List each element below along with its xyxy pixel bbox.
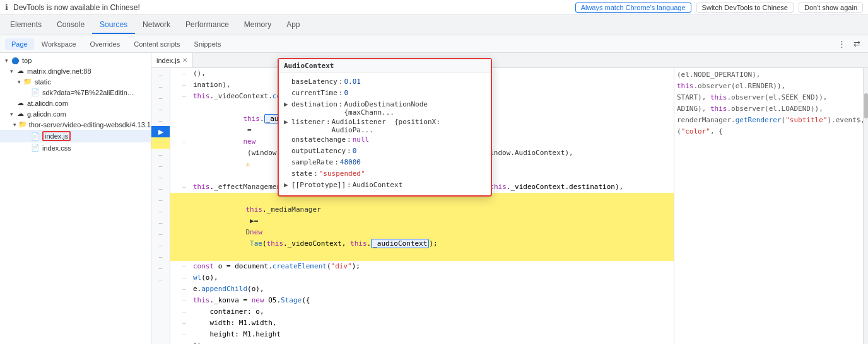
tree-item-index-js[interactable]: 📄 index.js (0, 130, 151, 142)
main-layout: ▾ 🔵 top ▾ ☁ matrix.dinglve.net:88 ▾ 📁 st… (0, 53, 868, 344)
tree-label-index-css: index.css (42, 144, 71, 152)
tab-sources[interactable]: Sources (92, 16, 135, 34)
right-code-line: (el.NODE_OPERATION), this.observer(el.RE… (677, 69, 860, 92)
code-line: – }), (170, 340, 674, 344)
popup-title: AudioContext (279, 59, 491, 73)
toolbar-icons: ⋮ ⇄ (835, 38, 863, 50)
sec-tab-content-scripts[interactable]: Content scripts (127, 38, 186, 50)
gutter-arrow-line: ▶ (151, 126, 170, 137)
gutter-line: – (151, 69, 170, 81)
editor-gutter: – – – – – ▶ – – – – – – – – – – – – (151, 68, 170, 344)
code-line: – wl(o), (170, 272, 674, 284)
code-line: – width: M1.width, (170, 318, 674, 329)
right-code-panel: (el.NODE_OPERATION), this.observer(el.RE… (674, 68, 863, 344)
popup-row-destination[interactable]: ▶ destination : AudioDestinationNode {ma… (284, 100, 486, 117)
code-line: – e.appendChild(o), (170, 284, 674, 295)
notification-bar: ℹ DevTools is now available in Chinese! … (0, 0, 868, 15)
tree-item-top[interactable]: ▾ 🔵 top (0, 55, 151, 66)
file-icon: 📄 (30, 88, 40, 96)
tree-label-thor: thor-server/video-editing-websdk/4.13.1 (29, 121, 151, 129)
code-line: – container: o, (170, 306, 674, 318)
gutter-line: – (151, 239, 170, 251)
sec-tab-workspace[interactable]: Workspace (35, 38, 83, 50)
tree-label-index-js: index.js (45, 132, 68, 140)
popup-body: baseLatency : 0.01 currentTime : 0 ▶ des… (279, 73, 491, 195)
top-icon: 🔵 (10, 57, 20, 64)
cloud-icon: ☁ (15, 99, 25, 107)
tree-arrow: ▾ (15, 79, 23, 85)
tree-highlight-index-js: index.js (42, 131, 71, 141)
more-options-icon[interactable]: ⋮ (835, 38, 848, 50)
popup-row-onstatechange: onstatechange : null (284, 135, 486, 146)
tab-network[interactable]: Network (135, 16, 178, 34)
gutter-line: – (151, 205, 170, 217)
gutter-line: – (151, 217, 170, 228)
gutter-line: – (151, 228, 170, 239)
gutter-line: – (151, 183, 170, 194)
cloud-icon: ☁ (15, 110, 25, 118)
sec-tab-snippets[interactable]: Snippets (188, 38, 228, 50)
editor-tab-label: index.js (156, 57, 180, 64)
close-tab-button[interactable]: ✕ (182, 57, 187, 64)
tree-arrow: ▾ (3, 57, 10, 64)
code-line: – const o = document.createElement("div"… (170, 261, 674, 272)
info-icon: ℹ (5, 3, 8, 12)
tree-arrow: ▾ (8, 68, 15, 74)
file-tree-panel: ▾ 🔵 top ▾ ☁ matrix.dinglve.net:88 ▾ 📁 st… (0, 53, 151, 344)
right-code-line: START), this.observer(el.SEEK_END)), (677, 92, 860, 103)
tree-item-static[interactable]: ▾ 📁 static (0, 76, 151, 87)
popup-row-outputlatency: outputLatency : 0 (284, 146, 486, 158)
code-line: – this._konva = new O5.Stage({ (170, 295, 674, 306)
code-container: – – – – – ▶ – – – – – – – – – – – – (151, 68, 868, 344)
file-icon: 📄 (30, 144, 40, 152)
tree-item-matrix[interactable]: ▾ ☁ matrix.dinglve.net:88 (0, 66, 151, 76)
tab-memory[interactable]: Memory (237, 16, 279, 34)
notification-text: DevTools is now available in Chinese! (13, 3, 570, 12)
file-icon: 📄 (30, 132, 40, 140)
gutter-line: – (151, 160, 170, 171)
tab-performance[interactable]: Performance (178, 16, 237, 34)
cloud-icon: ☁ (15, 67, 25, 75)
scroll-thumb (864, 93, 868, 118)
popup-row-state: state : "suspended" (284, 169, 486, 180)
tree-label-static: static (35, 78, 51, 86)
sec-tab-overrides[interactable]: Overrides (84, 38, 127, 50)
gutter-line: – (151, 103, 170, 115)
gutter-line: – (151, 262, 170, 273)
audio-context-highlight2: _audioContext (371, 239, 429, 248)
tree-item-alicdn-at[interactable]: ☁ at.alicdn.com (0, 98, 151, 108)
code-line-media-manager: this._mediaManager ▶= Dnew Tae(this._vid… (170, 193, 674, 261)
popup-row-baselatency: baseLatency : 0.01 (284, 77, 486, 88)
dont-show-button[interactable]: Don't show again (799, 3, 863, 13)
tree-item-sdk[interactable]: 📄 sdk?data=%7B%22aliEditingProjectId%22%… (0, 87, 151, 98)
gutter-highlight-line (151, 137, 170, 149)
tree-arrow: ▾ (8, 111, 15, 117)
editor-area: index.js ✕ – – – – – ▶ – – – – – – – (151, 53, 868, 344)
tab-console[interactable]: Console (49, 16, 92, 34)
gutter-line: – (151, 115, 170, 126)
audio-context-popup: AudioContext baseLatency : 0.01 currentT… (278, 58, 492, 197)
right-code-line: ADING), this.observer(el.LOADEND)), (677, 103, 860, 115)
editor-tab-index-js[interactable]: index.js ✕ (151, 53, 193, 67)
tree-label-alicdn-at: at.alicdn.com (27, 100, 68, 107)
right-code-line: ("color", { (677, 126, 860, 137)
tree-item-alicdn-g[interactable]: ▾ ☁ g.alicdn.com (0, 108, 151, 119)
warning-icon: ⚠ (245, 160, 250, 168)
scrollbar[interactable] (863, 68, 868, 344)
folder-icon: 📁 (18, 120, 27, 129)
tree-item-index-css[interactable]: 📄 index.css (0, 142, 151, 153)
popup-row-listener[interactable]: ▶ listener : AudioListener {positionX: A… (284, 117, 486, 135)
popup-row-samplerate: sampleRate : 48000 (284, 158, 486, 169)
match-language-button[interactable]: Always match Chrome's language (575, 3, 691, 13)
sec-tab-page[interactable]: Page (5, 38, 34, 50)
gutter-line: – (151, 171, 170, 183)
tree-label-alicdn-g: g.alicdn.com (27, 110, 66, 118)
sync-icon[interactable]: ⇄ (850, 38, 863, 50)
tab-app[interactable]: App (279, 16, 307, 34)
tree-item-thor[interactable]: ▾ 📁 thor-server/video-editing-websdk/4.1… (0, 119, 151, 130)
popup-row-prototype[interactable]: ▶ [[Prototype]] : AudioContext (284, 180, 486, 192)
tree-label-matrix: matrix.dinglve.net:88 (27, 67, 91, 75)
switch-devtools-button[interactable]: Switch DevTools to Chinese (696, 3, 794, 13)
main-tab-bar: Elements Console Sources Network Perform… (0, 15, 868, 35)
tab-elements[interactable]: Elements (3, 16, 49, 34)
